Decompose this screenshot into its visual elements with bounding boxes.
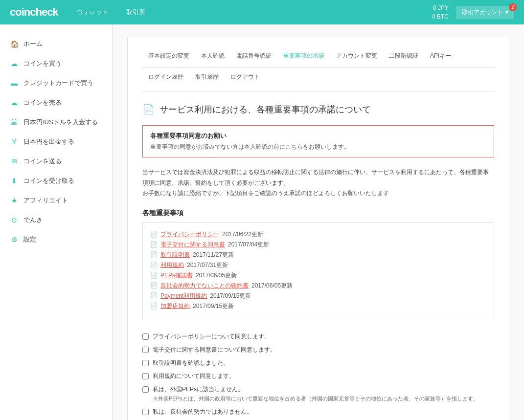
sidebar-label-buy-credit: クレジットカードで買う — [23, 79, 93, 88]
subnav-two-factor[interactable]: 二段階認証 — [383, 49, 424, 63]
checkbox-item-1: 電子交付に関する同意書について同意します。 — [142, 346, 494, 354]
sidebar-item-electricity[interactable]: ⊙ でんき — [0, 210, 112, 230]
send-icon: ✉ — [10, 157, 19, 165]
checkbox-section: プライバシーポリシーについて同意します。 電子交付に関する同意書について同意しま… — [142, 332, 494, 420]
documents-box: 📄 プライバシーポリシー 2017/06/22更新 📄 電子交付に関する同意書 … — [142, 222, 494, 320]
sub-nav-row2: ログイン履歴 取引履歴 ログアウト — [142, 70, 494, 91]
btc-balance: 0 BTC — [432, 12, 449, 21]
page-title: サービス利用における、各種重要事項の承諾について — [159, 104, 371, 115]
subnav-api-key[interactable]: APIキー — [424, 49, 457, 63]
subnav-basic-settings[interactable]: 基本設定の変更 — [142, 49, 195, 63]
body-line1: 当サービスでは資金決済法及び犯罪による収益の移転防止に関する法律の施行に伴い、サ… — [142, 167, 494, 188]
header: coincheck ウォレット 取引所 0 JPY 0 BTC 取引アカウント … — [0, 0, 524, 24]
chevron-down-icon: ▾ — [505, 9, 508, 16]
sidebar-label-buy-coin: コインを買う — [23, 59, 62, 68]
doc-item-2: 📄 取引説明書 2017/11/27更新 — [150, 251, 486, 259]
subnav-logout[interactable]: ログアウト — [225, 70, 266, 84]
checkbox-2[interactable] — [142, 360, 149, 366]
checkbox-label-4: 私は、外国PEPsに該当しません。 — [153, 385, 478, 394]
sidebar-item-deposit-jpy[interactable]: 🏛 日本円/USドルを入金する — [0, 112, 112, 132]
checkbox-label-3: 利用規約について同意します。 — [153, 372, 235, 380]
header-balance: 0 JPY 0 BTC — [432, 3, 449, 21]
pdf-icon-5: 📄 — [150, 282, 158, 289]
layout: 🏠 ホーム ☁ コインを買う ▬ クレジットカードで買う ☁ コインを売る 🏛 … — [0, 24, 524, 420]
pdf-icon-6: 📄 — [150, 292, 158, 299]
doc-date-2: 2017/11/27更新 — [193, 251, 234, 259]
sidebar-item-sell-coin[interactable]: ☁ コインを売る — [0, 93, 112, 112]
alert-box: 各種重要事項同意のお願い 重要事項の同意がお済みでない方は本人確認の前にこちらを… — [142, 125, 494, 157]
doc-link-2[interactable]: 取引説明書 — [160, 251, 190, 259]
doc-item-1: 📄 電子交付に関する同意書 2017/07/04更新 — [150, 241, 486, 249]
pdf-icon-2: 📄 — [150, 251, 158, 258]
sidebar-label-receive-coin: コインを受け取る — [23, 177, 74, 185]
credit-card-icon: ▬ — [10, 79, 19, 87]
sidebar-item-buy-coin[interactable]: ☁ コインを買う — [0, 54, 112, 73]
doc-item-5: 📄 反社会的勢力でないことの確約書 2017/06/05更新 — [150, 282, 486, 290]
subnav-important[interactable]: 重要事項の承諾 — [277, 49, 330, 63]
receive-icon: ⬇ — [10, 177, 19, 185]
sidebar-label-sell-coin: コインを売る — [23, 98, 62, 107]
sidebar-item-settings[interactable]: ⚙ 設定 — [0, 230, 112, 249]
checkbox-1[interactable] — [142, 347, 149, 353]
pdf-icon-3: 📄 — [150, 262, 158, 268]
account-button[interactable]: 取引アカウント ▾ 2 — [456, 6, 514, 19]
doc-link-5[interactable]: 反社会的勢力でないことの確約書 — [160, 282, 249, 290]
subnav-login-history[interactable]: ログイン履歴 — [142, 70, 189, 84]
gear-icon: ⚙ — [10, 236, 19, 243]
checkbox-0[interactable] — [142, 333, 149, 340]
sidebar-label-affiliate: アフィリエイト — [23, 196, 68, 205]
cloud-icon: ☁ — [10, 60, 19, 67]
sidebar: 🏠 ホーム ☁ コインを買う ▬ クレジットカードで買う ☁ コインを売る 🏛 … — [0, 24, 113, 420]
doc-date-6: 2017/09/15更新 — [210, 292, 251, 300]
checkbox-label-5: 私は、反社会的勢力ではありません。 — [153, 408, 252, 416]
checkbox-item-0: プライバシーポリシーについて同意します。 — [142, 332, 494, 341]
doc-item-0: 📄 プライバシーポリシー 2017/06/22更新 — [150, 230, 486, 239]
subnav-identity[interactable]: 本人確認 — [195, 49, 230, 63]
nav-wallet[interactable]: ウォレット — [73, 5, 113, 19]
doc-item-4: 📄 PEPs確認書 2017/06/05更新 — [150, 271, 486, 280]
subnav-account-change[interactable]: アカウント変更 — [330, 49, 383, 63]
account-badge: 2 — [509, 3, 517, 11]
sidebar-item-buy-credit[interactable]: ▬ クレジットカードで買う — [0, 73, 112, 93]
sidebar-item-send-coin[interactable]: ✉ コインを送る — [0, 152, 112, 171]
sidebar-item-home[interactable]: 🏠 ホーム — [0, 34, 112, 54]
sell-icon: ☁ — [10, 99, 19, 107]
alert-title: 各種重要事項同意のお願い — [150, 132, 486, 140]
doc-link-4[interactable]: PEPs確認書 — [160, 271, 193, 280]
checkbox-item-5: 私は、反社会的勢力ではありません。 — [142, 408, 494, 416]
page-title-area: 📄 サービス利用における、各種重要事項の承諾について — [142, 104, 494, 115]
sidebar-item-receive-coin[interactable]: ⬇ コインを受け取る — [0, 171, 112, 191]
doc-link-0[interactable]: プライバシーポリシー — [160, 230, 219, 239]
sub-nav-row1: 基本設定の変更 本人確認 電話番号認証 重要事項の承諾 アカウント変更 二段階認… — [142, 49, 494, 68]
doc-link-3[interactable]: 利用規約 — [160, 261, 184, 269]
logo[interactable]: coincheck — [10, 6, 58, 19]
nav-exchange[interactable]: 取引所 — [122, 5, 149, 19]
doc-link-1[interactable]: 電子交付に関する同意書 — [160, 241, 225, 249]
content-card: 基本設定の変更 本人確認 電話番号認証 重要事項の承諾 アカウント変更 二段階認… — [127, 37, 509, 420]
doc-link-6[interactable]: Payment利用規約 — [160, 292, 207, 300]
sidebar-item-affiliate[interactable]: ★ アフィリエイト — [0, 191, 112, 210]
pdf-icon-1: 📄 — [150, 241, 158, 248]
checkbox-5[interactable] — [142, 409, 149, 415]
checkbox-label-2: 取引説明書を確認しました。 — [153, 359, 229, 367]
doc-item-6: 📄 Payment利用規約 2017/09/15更新 — [150, 292, 486, 300]
checkbox-3[interactable] — [142, 373, 149, 379]
checkbox-4[interactable] — [142, 386, 149, 393]
yen-icon: ¥ — [10, 138, 19, 146]
electricity-icon: ⊙ — [10, 216, 19, 224]
checkbox-item-2: 取引説明書を確認しました。 — [142, 359, 494, 367]
header-right: 0 JPY 0 BTC 取引アカウント ▾ 2 — [432, 3, 514, 21]
sidebar-item-withdraw-jpy[interactable]: ¥ 日本円を出金する — [0, 132, 112, 152]
header-nav: ウォレット 取引所 — [73, 5, 432, 19]
alert-text: 重要事項の同意がお済みでない方は本人確認の前にこちらをお願いします。 — [150, 143, 486, 151]
pdf-icon-0: 📄 — [150, 231, 158, 238]
checkbox-note-4: ※外国PEPsとは、外国の政府等において重要な地位を占める者（外国の国家元首等と… — [153, 395, 478, 403]
subnav-trade-history[interactable]: 取引履歴 — [189, 70, 225, 84]
affiliate-icon: ★ — [10, 197, 19, 204]
doc-link-7[interactable]: 加盟店規約 — [160, 302, 190, 310]
subnav-phone[interactable]: 電話番号認証 — [230, 49, 277, 63]
document-icon: 📄 — [142, 104, 155, 115]
doc-date-7: 2017/09/15更新 — [193, 302, 234, 310]
doc-date-5: 2017/06/05更新 — [251, 282, 293, 290]
sidebar-label-deposit-jpy: 日本円/USドルを入金する — [23, 118, 98, 127]
